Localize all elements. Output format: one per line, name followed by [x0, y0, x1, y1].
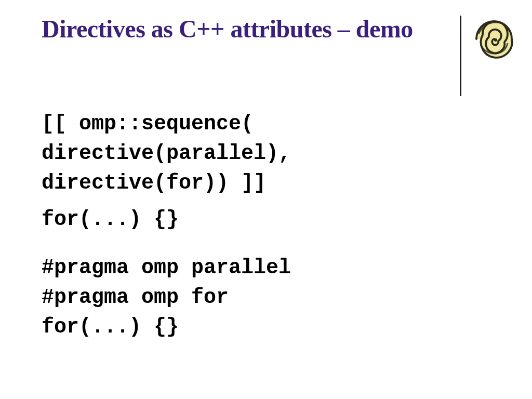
code-line: directive(for)) ]] — [42, 170, 490, 197]
code-line: for(...) {} — [42, 206, 490, 234]
code-line: [[ omp::sequence( — [42, 111, 490, 138]
snail-shell-icon — [471, 16, 517, 64]
svg-point-1 — [494, 38, 497, 42]
code-block-1: [[ omp::sequence( directive(parallel), d… — [42, 111, 490, 234]
code-line: #pragma omp for — [42, 284, 490, 312]
slide-title: Directives as C++ attributes – demo — [42, 15, 457, 44]
title-row: Directives as C++ attributes – demo — [42, 15, 490, 96]
code-block-2: #pragma omp parallel #pragma omp for for… — [42, 255, 490, 341]
slide-container: Directives as C++ attributes – demo [[ o… — [0, 0, 532, 399]
code-line: #pragma omp parallel — [42, 255, 490, 282]
vertical-divider — [460, 16, 461, 96]
code-line: for(...) {} — [42, 314, 490, 341]
code-line: directive(parallel), — [42, 140, 490, 168]
